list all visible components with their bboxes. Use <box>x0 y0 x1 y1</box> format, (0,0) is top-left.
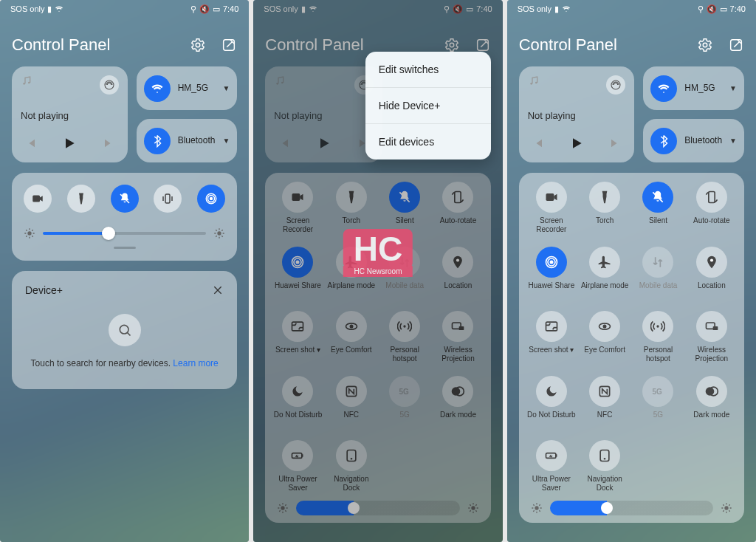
settings-icon[interactable] <box>190 37 206 53</box>
close-icon[interactable] <box>212 284 224 296</box>
next-button[interactable] <box>103 137 116 153</box>
brightness-slider[interactable] <box>43 232 206 235</box>
page-title: Control Panel <box>519 35 617 55</box>
next-button[interactable] <box>609 137 622 153</box>
prev-button[interactable] <box>277 137 290 153</box>
toggle-wireless-projection[interactable]: Wireless Projection <box>431 311 484 363</box>
brightness-low-icon <box>531 502 543 514</box>
prev-button[interactable] <box>24 137 37 153</box>
music-icon <box>274 75 286 87</box>
wifi-label: HM_5G <box>178 83 216 93</box>
brightness-slider[interactable] <box>296 501 459 515</box>
torch-toggle[interactable] <box>67 185 95 213</box>
cast-button[interactable] <box>606 75 625 95</box>
chevron-down-icon[interactable]: ▼ <box>729 137 737 145</box>
toggle-mobile-data[interactable]: Mobile data <box>631 247 684 298</box>
learn-more-link[interactable]: Learn more <box>173 358 218 368</box>
drag-handle[interactable] <box>114 247 136 249</box>
media-card[interactable]: Not playing <box>519 66 635 162</box>
toggle-ultra-power-saver[interactable]: Ultra Power Saver <box>271 440 324 492</box>
toggle-screen-recorder[interactable]: Screen Recorder <box>271 182 324 233</box>
brightness-high-icon <box>721 502 732 514</box>
bluetooth-icon <box>650 128 677 154</box>
toggle-autorotate[interactable]: Auto-rotate <box>685 182 738 233</box>
wifi-tile[interactable]: HM_5G ▼ <box>137 66 238 110</box>
battery-status-icon: ▭ <box>213 4 220 14</box>
brightness-low-icon <box>277 502 289 514</box>
page-title: Control Panel <box>265 35 363 55</box>
phone-expanded: SOS only ▮ ⚲🔇▭7:40 Control Panel Not pla… <box>507 0 756 542</box>
settings-icon[interactable] <box>444 37 460 53</box>
toggle-dnd[interactable]: Do Not Disturb <box>271 376 324 427</box>
toggle-silent[interactable]: Silent <box>631 182 684 233</box>
play-button[interactable] <box>62 136 77 154</box>
toggle-dnd[interactable]: Do Not Disturb <box>525 376 578 427</box>
silent-toggle[interactable] <box>111 185 139 213</box>
toggle-mobile-data[interactable]: Mobile data <box>378 247 431 298</box>
toggle-eye-comfort[interactable]: Eye Comfort <box>578 311 631 363</box>
toggle-5g[interactable]: 5G <box>631 376 684 427</box>
toggle-nav-dock[interactable]: Navigation Dock <box>578 440 631 492</box>
chevron-down-icon[interactable]: ▼ <box>222 84 230 92</box>
device-plus-card: Device+ Touch to search for nearby devic… <box>12 271 237 389</box>
toggle-location[interactable]: Location <box>431 247 484 298</box>
toggle-hotspot[interactable]: Personal hotspot <box>631 311 684 363</box>
toggle-nav-dock[interactable]: Navigation Dock <box>325 440 378 492</box>
toggle-ultra-power-saver[interactable]: Ultra Power Saver <box>525 440 578 492</box>
toggle-huawei-share[interactable]: Huawei Share <box>271 247 324 298</box>
brightness-high-icon <box>213 227 225 239</box>
brightness-slider[interactable] <box>550 501 713 515</box>
phone-collapsed: SOS only ▮ ⚲🔇▭7:40 Control Panel Not pla… <box>0 0 249 542</box>
toggle-dark-mode[interactable]: Dark mode <box>685 376 738 427</box>
quick-bar <box>12 173 237 261</box>
toggle-nfc[interactable]: NFC <box>578 376 631 427</box>
music-icon <box>21 75 32 87</box>
toggle-torch[interactable]: Torch <box>578 182 631 233</box>
toggle-airplane[interactable]: Airplane mode <box>325 247 378 298</box>
bluetooth-icon <box>144 128 171 154</box>
prev-button[interactable] <box>531 137 544 153</box>
menu-edit-switches[interactable]: Edit switches <box>365 52 491 87</box>
music-icon <box>528 75 540 87</box>
toggle-huawei-share[interactable]: Huawei Share <box>525 247 578 298</box>
wifi-status-icon <box>55 4 63 13</box>
toggle-hotspot[interactable]: Personal hotspot <box>378 311 431 363</box>
media-status: Not playing <box>21 110 119 121</box>
toggle-torch[interactable]: Torch <box>325 182 378 233</box>
toggle-airplane[interactable]: Airplane mode <box>578 247 631 298</box>
media-card[interactable]: Not playing <box>12 66 128 162</box>
toggle-5g[interactable]: 5G <box>378 376 431 427</box>
wifi-tile[interactable]: HM_5G ▼ <box>643 66 744 110</box>
toggle-autorotate[interactable]: Auto-rotate <box>431 182 484 233</box>
bt-status-icon: ⚲ <box>190 4 196 14</box>
settings-icon[interactable] <box>697 37 713 53</box>
bluetooth-tile[interactable]: Bluetooth ▼ <box>643 119 744 162</box>
toggle-screen-recorder[interactable]: Screen Recorder <box>525 182 578 233</box>
bluetooth-tile[interactable]: Bluetooth ▼ <box>137 119 238 162</box>
screen-recorder-toggle[interactable] <box>24 185 52 213</box>
toggle-wireless-projection[interactable]: Wireless Projection <box>685 311 738 363</box>
edit-icon[interactable] <box>221 37 237 53</box>
huawei-share-toggle[interactable] <box>197 185 225 213</box>
toggle-dark-mode[interactable]: Dark mode <box>431 376 484 427</box>
cast-button[interactable] <box>100 75 119 95</box>
mute-status-icon: 🔇 <box>199 4 210 14</box>
toggle-screenshot[interactable]: Screen shot ▾ <box>271 311 324 363</box>
play-button[interactable] <box>569 136 584 154</box>
menu-hide-device[interactable]: Hide Device+ <box>365 87 491 123</box>
toggle-silent[interactable]: Silent <box>378 182 431 233</box>
edit-icon[interactable] <box>728 37 744 53</box>
toggle-location[interactable]: Location <box>685 247 738 298</box>
toggle-nfc[interactable]: NFC <box>325 376 378 427</box>
toggle-screenshot[interactable]: Screen shot ▾ <box>525 311 578 363</box>
search-devices-button[interactable] <box>109 314 141 346</box>
status-bar: SOS only ▮ ⚲🔇▭7:40 <box>507 0 756 18</box>
menu-edit-devices[interactable]: Edit devices <box>365 123 491 159</box>
toggle-eye-comfort[interactable]: Eye Comfort <box>325 311 378 363</box>
play-button[interactable] <box>317 136 331 154</box>
edit-icon[interactable] <box>475 37 491 53</box>
chevron-down-icon[interactable]: ▼ <box>222 137 230 145</box>
chevron-down-icon[interactable]: ▼ <box>729 84 737 92</box>
toggles-panel: Screen Recorder Torch Silent Auto-rotate… <box>519 173 744 523</box>
vibrate-toggle[interactable] <box>154 185 182 213</box>
